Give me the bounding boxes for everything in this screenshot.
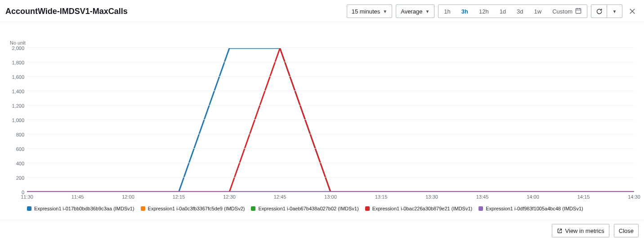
y-axis: 02004006008001,0001,2001,4001,6001,8002,… (10, 48, 27, 192)
legend-swatch (251, 206, 255, 211)
grid-line (27, 47, 634, 48)
y-tick: 200 (16, 175, 24, 181)
y-tick: 1,600 (12, 74, 24, 80)
close-icon (629, 8, 635, 14)
chart-container: No unit 02004006008001,0001,2001,4001,60… (0, 22, 644, 211)
grid-line (27, 134, 634, 134)
x-tick: 13:30 (425, 194, 438, 200)
x-tick: 12:15 (173, 194, 185, 200)
x-tick: 12:30 (223, 194, 236, 200)
y-tick: 600 (16, 146, 24, 152)
legend-label: Expression1 i-0df983f1005a4bc48 (IMDSv1) (486, 206, 583, 211)
view-in-metrics-button[interactable]: View in metrics (552, 224, 609, 237)
y-tick: 1,400 (12, 89, 24, 94)
time-range-3h[interactable]: 3h (456, 5, 474, 18)
grid-line (27, 163, 634, 163)
time-range-3d[interactable]: 3d (511, 5, 528, 18)
legend-label: Expression1 i-0aeb67b438a027b02 (IMDSv1) (258, 206, 358, 211)
legend-swatch (479, 206, 483, 211)
footer: View in metrics Close (0, 220, 644, 241)
external-link-icon (557, 228, 563, 234)
x-tick: 12:00 (122, 194, 134, 200)
time-range-group: 1h 3h 12h 1d 3d 1w Custom (438, 5, 587, 18)
plot-area[interactable] (27, 48, 634, 192)
svg-line-6 (559, 229, 561, 231)
x-tick: 11:30 (21, 194, 33, 200)
caret-down-icon: ▼ (425, 9, 429, 14)
grid-line (27, 91, 634, 91)
chart-area: 02004006008001,0001,2001,4001,6001,8002,… (10, 48, 634, 192)
x-tick: 12:45 (274, 194, 286, 200)
x-tick: 11:45 (72, 194, 84, 200)
x-tick: 14:30 (628, 194, 640, 200)
x-axis: 11:3011:4512:0012:1512:3012:4513:0013:15… (27, 194, 634, 202)
time-range-12h[interactable]: 12h (474, 5, 494, 18)
statistic-label: Average (401, 8, 422, 15)
time-range-1d[interactable]: 1d (494, 5, 511, 18)
svg-rect-0 (576, 9, 581, 14)
close-footer-label: Close (619, 227, 634, 234)
legend-item[interactable]: Expression1 i-0a0c3fb3367fc5de9 (IMDSv2) (141, 206, 245, 211)
refresh-group: ▼ (591, 5, 622, 18)
refresh-button[interactable] (591, 5, 607, 18)
time-range-1w[interactable]: 1w (529, 5, 547, 18)
y-tick: 2,000 (12, 45, 24, 51)
time-range-custom-label: Custom (552, 8, 572, 15)
legend-item[interactable]: Expression1 i-0bac226a30b879e21 (IMDSv1) (365, 206, 473, 211)
series-line (27, 48, 634, 192)
legend-item[interactable]: Expression1 i-017bb0bdb36b9c3aa (IMDSv1) (27, 206, 134, 211)
series-line (27, 48, 634, 192)
grid-line (27, 76, 634, 77)
legend-swatch (365, 206, 370, 211)
x-tick: 13:45 (476, 194, 489, 200)
caret-down-icon: ▼ (383, 9, 387, 14)
legend-item[interactable]: Expression1 i-0aeb67b438a027b02 (IMDSv1) (251, 206, 358, 211)
y-tick: 1,000 (12, 118, 24, 123)
x-tick: 13:15 (375, 194, 388, 200)
period-dropdown[interactable]: 15 minutes ▼ (347, 5, 393, 18)
grid-line (27, 177, 634, 177)
grid-line (27, 62, 634, 62)
legend-item[interactable]: Expression1 i-0df983f1005a4bc48 (IMDSv1) (479, 206, 583, 211)
close-footer-button[interactable]: Close (614, 224, 639, 237)
y-tick: 1,800 (12, 60, 24, 65)
legend-swatch (27, 206, 31, 211)
time-range-1h[interactable]: 1h (438, 5, 456, 18)
y-tick: 400 (16, 161, 24, 166)
legend-label: Expression1 i-0a0c3fb3367fc5de9 (IMDSv2) (148, 206, 245, 211)
period-label: 15 minutes (352, 8, 380, 15)
chart-lines (27, 48, 634, 192)
legend: Expression1 i-017bb0bdb36b9c3aa (IMDSv1)… (27, 206, 634, 211)
close-button[interactable] (626, 5, 639, 18)
y-axis-label: No unit (10, 40, 634, 45)
caret-down-icon: ▼ (613, 9, 617, 14)
chart-header: AccountWide-IMDSV1-MaxCalls 15 minutes ▼… (0, 0, 644, 22)
x-tick: 13:00 (324, 194, 337, 200)
view-in-metrics-label: View in metrics (565, 227, 604, 234)
grid-line (27, 119, 634, 120)
refresh-icon (596, 8, 603, 15)
time-range-custom[interactable]: Custom (547, 5, 587, 18)
refresh-options-button[interactable]: ▼ (607, 5, 622, 18)
page-title: AccountWide-IMDSV1-MaxCalls (5, 7, 343, 16)
legend-label: Expression1 i-017bb0bdb36b9c3aa (IMDSv1) (34, 206, 134, 211)
x-tick: 14:15 (577, 194, 590, 200)
statistic-dropdown[interactable]: Average ▼ (396, 5, 434, 18)
grid-line (27, 148, 634, 149)
x-tick: 14:00 (527, 194, 539, 200)
grid-line (27, 105, 634, 105)
legend-swatch (141, 206, 145, 211)
y-tick: 1,200 (12, 103, 24, 109)
calendar-icon (575, 8, 581, 15)
y-tick: 800 (16, 132, 24, 137)
legend-label: Expression1 i-0bac226a30b879e21 (IMDSv1) (372, 206, 473, 211)
